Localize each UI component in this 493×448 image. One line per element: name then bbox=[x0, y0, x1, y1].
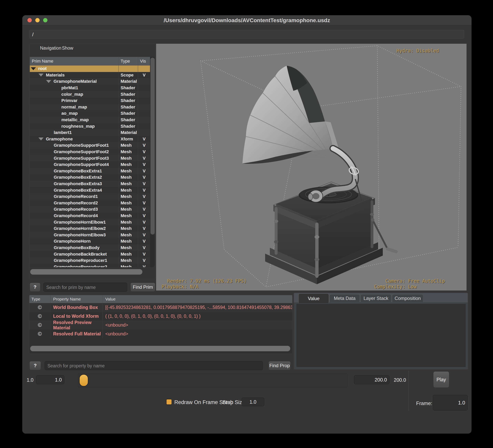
tree-row-GramophoneBoxExtra2[interactable]: GramophoneBoxExtra2MeshV bbox=[30, 174, 150, 181]
viewport-3d[interactable]: Hydra: Disabled Render: 7.92 ms (126.23 … bbox=[156, 44, 467, 291]
tree-row-Gramophone[interactable]: GramophoneXformV bbox=[30, 136, 150, 142]
prim-path-input[interactable]: / bbox=[29, 30, 464, 39]
tree-row-normal_map[interactable]: normal_mapShader bbox=[30, 104, 150, 111]
expander-triangle-icon[interactable] bbox=[38, 74, 44, 77]
tree-row-GramophoneBoxExtra4[interactable]: GramophoneBoxExtra4MeshV bbox=[30, 187, 150, 193]
property-row[interactable]: ©World Bounding Box[(-45.89253234863281,… bbox=[29, 303, 292, 312]
prim-vis-toggle[interactable] bbox=[138, 66, 150, 72]
tree-row-GramophoneBoxExtra3[interactable]: GramophoneBoxExtra3MeshV bbox=[30, 181, 150, 187]
prim-vis-toggle[interactable]: V bbox=[138, 181, 150, 187]
tree-row-GramophoneRecord2[interactable]: GramophoneRecord2MeshV bbox=[30, 200, 150, 206]
column-prop-value[interactable]: Value bbox=[102, 295, 292, 303]
tree-row-root[interactable]: root bbox=[30, 66, 150, 72]
expander-triangle-icon[interactable] bbox=[31, 67, 36, 70]
prim-search-help-button[interactable]: ? bbox=[30, 283, 40, 292]
range-start-field[interactable]: 1.0 bbox=[36, 375, 64, 384]
play-button[interactable]: Play bbox=[433, 371, 449, 388]
tab-meta-data[interactable]: Meta Data bbox=[329, 294, 360, 302]
tree-row-GramophoneSupportFoot3[interactable]: GramophoneSupportFoot3MeshV bbox=[30, 155, 150, 161]
prim-vis-toggle[interactable]: V bbox=[138, 206, 150, 213]
property-horizontal-scrollbar-thumb[interactable] bbox=[30, 346, 290, 351]
tree-row-color_map[interactable]: color_mapShader bbox=[30, 91, 150, 98]
prim-vis-toggle[interactable]: V bbox=[138, 225, 150, 232]
prop-search-input[interactable]: Search for property by name bbox=[45, 361, 263, 370]
tree-row-GramophoneHornElbow1[interactable]: GramophoneHornElbow1MeshV bbox=[30, 219, 150, 225]
find-prim-button[interactable]: Find Prim bbox=[130, 283, 155, 292]
tree-row-roughness_map[interactable]: roughness_mapShader bbox=[30, 123, 150, 129]
prim-search-input[interactable]: Search for prim by name bbox=[43, 283, 127, 292]
prim-vis-toggle[interactable]: V bbox=[138, 168, 150, 174]
prim-vis-toggle[interactable] bbox=[138, 104, 150, 111]
property-row[interactable]: ©Resolved Preview Material<unbound> bbox=[29, 321, 292, 330]
property-row[interactable]: ©Resolved Full Material<unbound> bbox=[29, 330, 292, 338]
tab-layer-stack[interactable]: Layer Stack bbox=[360, 294, 392, 302]
find-prop-button[interactable]: Find Prop bbox=[269, 361, 291, 370]
step-size-field[interactable]: 1.0 bbox=[242, 398, 264, 406]
tree-row-GramophoneReproducer1[interactable]: GramophoneReproducer1MeshV bbox=[30, 257, 150, 264]
expander-triangle-icon[interactable] bbox=[46, 80, 51, 83]
tree-row-GramophoneRecord4[interactable]: GramophoneRecord4MeshV bbox=[30, 213, 150, 219]
tree-row-GramophoneBoxExtra1[interactable]: GramophoneBoxExtra1MeshV bbox=[30, 168, 150, 174]
prim-vis-toggle[interactable]: V bbox=[138, 245, 150, 251]
prim-vis-toggle[interactable]: V bbox=[138, 219, 150, 225]
tab-value[interactable]: Value bbox=[299, 293, 329, 303]
prim-vis-toggle[interactable]: V bbox=[138, 264, 150, 267]
prim-vis-toggle[interactable] bbox=[138, 85, 150, 91]
column-prop-type[interactable]: Type bbox=[29, 297, 50, 302]
range-end-field[interactable]: 200.0 bbox=[354, 375, 390, 384]
prim-vis-toggle[interactable]: V bbox=[138, 142, 150, 149]
tree-horizontal-scrollbar[interactable] bbox=[30, 268, 149, 275]
redraw-checkbox[interactable] bbox=[166, 399, 172, 405]
prim-vis-toggle[interactable]: V bbox=[138, 200, 150, 206]
property-horizontal-scrollbar[interactable] bbox=[30, 345, 291, 352]
tree-row-lambert1[interactable]: lambert1Material bbox=[30, 129, 150, 136]
menu-navigation[interactable]: Navigation bbox=[40, 45, 61, 51]
tree-row-GramophoneSupportFoot1[interactable]: GramophoneSupportFoot1MeshV bbox=[30, 142, 150, 149]
prim-vis-toggle[interactable] bbox=[138, 98, 150, 104]
tree-row-ao_map[interactable]: ao_mapShader bbox=[30, 110, 150, 117]
tree-vertical-scrollbar-thumb[interactable] bbox=[150, 58, 155, 235]
column-type[interactable]: Type bbox=[118, 57, 138, 66]
prim-vis-toggle[interactable]: V bbox=[138, 213, 150, 219]
prim-vis-toggle[interactable]: V bbox=[138, 232, 150, 238]
prim-vis-toggle[interactable]: V bbox=[138, 238, 150, 245]
column-prim-name[interactable]: Prim Name bbox=[30, 59, 118, 64]
tree-horizontal-scrollbar-thumb[interactable] bbox=[30, 269, 142, 275]
frame-slider[interactable] bbox=[78, 373, 348, 387]
prim-vis-toggle[interactable]: V bbox=[138, 161, 150, 168]
tree-row-GramophoneRecord1[interactable]: GramophoneRecord1MeshV bbox=[30, 193, 150, 200]
tree-row-GramophoneHornElbow3[interactable]: GramophoneHornElbow3MeshV bbox=[30, 232, 150, 238]
column-vis[interactable]: Vis bbox=[138, 57, 150, 66]
tree-row-GramophoneReproducer2[interactable]: GramophoneReproducer2MeshV bbox=[30, 264, 150, 267]
prim-vis-toggle[interactable]: V bbox=[138, 72, 150, 78]
property-row[interactable]: ©Local to World Xform( (1, 0, 0, 0), (0,… bbox=[29, 312, 292, 321]
prim-vis-toggle[interactable] bbox=[138, 110, 150, 117]
tree-row-metallic_map[interactable]: metallic_mapShader bbox=[30, 117, 150, 123]
frame-field[interactable]: 1.0 bbox=[433, 395, 468, 411]
tree-vertical-scrollbar[interactable] bbox=[150, 57, 155, 267]
prim-vis-toggle[interactable]: V bbox=[138, 251, 150, 257]
prop-search-help-button[interactable]: ? bbox=[29, 361, 41, 370]
tree-row-pbrMat1[interactable]: pbrMat1Shader bbox=[30, 85, 150, 91]
prim-vis-toggle[interactable]: V bbox=[138, 155, 150, 161]
tree-row-Primvar[interactable]: PrimvarShader bbox=[30, 98, 150, 104]
expander-triangle-icon[interactable] bbox=[38, 137, 44, 140]
tree-row-GramophoneBackBracket[interactable]: GramophoneBackBracketMeshV bbox=[30, 251, 150, 257]
tree-row-GramophoneSupportFoot4[interactable]: GramophoneSupportFoot4MeshV bbox=[30, 161, 150, 168]
frame-slider-handle[interactable] bbox=[79, 374, 88, 386]
prim-vis-toggle[interactable] bbox=[138, 91, 150, 98]
prim-vis-toggle[interactable]: V bbox=[138, 149, 150, 155]
tree-row-GramophoneHornElbow2[interactable]: GramophoneHornElbow2MeshV bbox=[30, 225, 150, 232]
prim-vis-toggle[interactable] bbox=[138, 78, 150, 85]
tree-row-GramophoneHorn[interactable]: GramophoneHornMeshV bbox=[30, 238, 150, 245]
prim-vis-toggle[interactable] bbox=[138, 123, 150, 129]
tree-row-Materials[interactable]: MaterialsScopeV bbox=[30, 72, 150, 78]
prim-vis-toggle[interactable]: V bbox=[138, 174, 150, 181]
prim-vis-toggle[interactable]: V bbox=[138, 193, 150, 200]
tree-row-GramophoneSupportFoot2[interactable]: GramophoneSupportFoot2MeshV bbox=[30, 149, 150, 155]
tree-row-GramophoneMaterial[interactable]: GramophoneMaterialMaterial bbox=[30, 78, 150, 85]
prim-vis-toggle[interactable] bbox=[138, 129, 150, 136]
column-prop-name[interactable]: Property Name bbox=[50, 295, 102, 303]
menu-show[interactable]: Show bbox=[62, 45, 73, 51]
prim-vis-toggle[interactable] bbox=[138, 117, 150, 123]
